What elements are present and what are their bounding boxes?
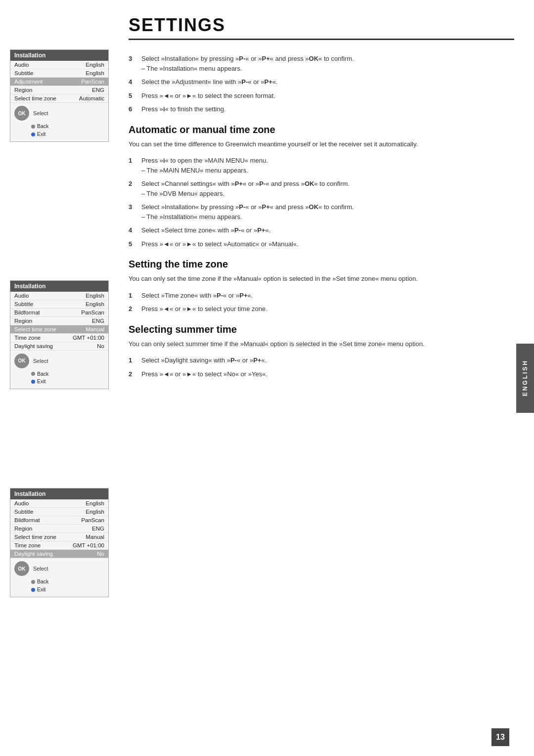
summer-time-section: Selecting summer time You can only selec… — [129, 324, 514, 379]
panel3-back-area: Back Exit — [10, 577, 108, 597]
back-dot — [31, 125, 35, 129]
panel2-row-timezone: Time zone GMT +01:00 — [10, 334, 108, 342]
timezone-heading: Automatic or manual time zone — [129, 124, 514, 135]
panel1-exit-line: Exit — [31, 131, 104, 138]
panel3-wrapper: Installation Audio English Subtitle Engl… — [10, 488, 114, 597]
page-container: Installation Audio English Subtitle Engl… — [0, 0, 534, 756]
panel2-exit-line: Exit — [31, 378, 104, 386]
panel1-exit-label: Exit — [37, 131, 46, 138]
panel2-row-region: Region ENG — [10, 317, 108, 325]
timezone-steps-list: 1 Press »i« to open the »MAIN MENU« menu… — [129, 156, 514, 249]
panel1-row-timezone: Select time zone Automatic — [10, 94, 108, 103]
panel3-row-daylight: Daylight saving No — [10, 550, 108, 558]
setting-timezone-steps-list: 1 Select »Time zone« with »P-« or »P+«. … — [129, 291, 514, 314]
panel2-back-area: Back Exit — [10, 369, 108, 389]
panel1-wrapper: Installation Audio English Subtitle Engl… — [10, 49, 114, 142]
tz-step-3: 3 Select »Installation« by pressing »P-«… — [129, 202, 514, 222]
installation-panel-1: Installation Audio English Subtitle Engl… — [10, 49, 109, 142]
panel1-row-audio: Audio English — [10, 61, 108, 69]
panel2-row-daylight: Daylight saving No — [10, 342, 108, 351]
panel2-wrapper: Installation Audio English Subtitle Engl… — [10, 280, 114, 390]
english-tab: ENGLISH — [516, 344, 534, 413]
panel3-select-area: OK Select — [10, 558, 108, 577]
adjustment-steps-list: 3 Select »Installation« by pressing »P-«… — [129, 54, 514, 114]
page-number: 13 — [491, 728, 509, 746]
step-3: 3 Select »Installation« by pressing »P-«… — [129, 54, 514, 73]
setting-timezone-intro: You can only set the time zone if the »M… — [129, 274, 514, 284]
exit-dot-2 — [31, 380, 35, 384]
panel2-back-label: Back — [37, 370, 48, 378]
summer-time-steps-list: 1 Select »Daylight saving« with »P-« or … — [129, 356, 514, 379]
page-title: SETTINGS — [129, 15, 514, 40]
step-5: 5 Press »◄« or »►« to select the screen … — [129, 91, 514, 101]
setting-timezone-heading: Setting the time zone — [129, 259, 514, 270]
summer-time-intro: You can only select summer time if the »… — [129, 339, 514, 349]
panel1-row-adjustment: Adjustment PanScan — [10, 78, 108, 86]
panel3-exit-line: Exit — [31, 586, 104, 594]
panel3-back-line: Back — [31, 578, 104, 586]
installation-panel-2: Installation Audio English Subtitle Engl… — [10, 280, 109, 390]
panel3-ok-button[interactable]: OK — [14, 561, 29, 576]
panel1-title: Installation — [10, 50, 108, 61]
panel3-row-bildformat: Bildformat PanScan — [10, 516, 108, 525]
stz-step-2: 2 Press »◄« or »►« to select your time z… — [129, 304, 514, 314]
panel3-select-label: Select — [33, 566, 48, 572]
panel3-title: Installation — [10, 489, 108, 499]
panel3-row-selecttz: Select time zone Manual — [10, 533, 108, 541]
st-step-1: 1 Select »Daylight saving« with »P-« or … — [129, 356, 514, 365]
summer-time-heading: Selecting summer time — [129, 324, 514, 335]
back-dot-3 — [31, 580, 35, 584]
panel2-select-label: Select — [33, 358, 48, 364]
st-step-2: 2 Press »◄« or »►« to select »No« or »Ye… — [129, 369, 514, 379]
adjustment-steps-section: 3 Select »Installation« by pressing »P-«… — [129, 54, 514, 114]
panel2-back-line: Back — [31, 370, 104, 378]
panel1-back-label: Back — [37, 123, 48, 131]
panel3-row-audio: Audio English — [10, 499, 108, 508]
panel2-row-subtitle: Subtitle English — [10, 300, 108, 309]
panel3-exit-label: Exit — [37, 586, 46, 594]
step-6: 6 Press »i« to finish the setting. — [129, 104, 514, 114]
panel3-row-timezone: Time zone GMT +01:00 — [10, 541, 108, 550]
panel2-row-selecttz: Select time zone Manual — [10, 325, 108, 334]
installation-panel-3: Installation Audio English Subtitle Engl… — [10, 488, 109, 597]
panel2-ok-button[interactable]: OK — [14, 354, 29, 368]
timezone-intro: You can set the time difference to Green… — [129, 139, 514, 149]
panel1-row-subtitle: Subtitle English — [10, 69, 108, 78]
panel1-back-area: Back Exit — [10, 122, 108, 141]
panel3-row-subtitle: Subtitle English — [10, 508, 108, 516]
panel1-select-area: OK Select — [10, 103, 108, 122]
panel3-row-region: Region ENG — [10, 525, 108, 533]
stz-step-1: 1 Select »Time zone« with »P-« or »P+«. — [129, 291, 514, 301]
right-column: SETTINGS 3 Select »Installation« by pres… — [119, 0, 534, 756]
back-dot-2 — [31, 372, 35, 376]
panel2-select-area: OK Select — [10, 351, 108, 369]
tz-step-5: 5 Press »◄« or »►« to select »Automatic«… — [129, 239, 514, 249]
step-4: 4 Select the »Adjustment« line with »P-«… — [129, 77, 514, 87]
tz-step-4: 4 Select »Select time zone« with »P-« or… — [129, 225, 514, 235]
tz-step-2: 2 Select »Channel settings« with »P+« or… — [129, 179, 514, 198]
exit-dot-3 — [31, 588, 35, 592]
panel2-title: Installation — [10, 281, 108, 292]
panel2-row-audio: Audio English — [10, 292, 108, 300]
panel3-back-label: Back — [37, 578, 48, 586]
panel1-back-line: Back — [31, 123, 104, 131]
exit-dot — [31, 133, 35, 136]
panel1-select-label: Select — [33, 110, 48, 116]
timezone-section: Automatic or manual time zone You can se… — [129, 124, 514, 249]
panel1-ok-button[interactable]: OK — [14, 106, 29, 121]
left-column: Installation Audio English Subtitle Engl… — [0, 0, 119, 756]
english-tab-label: ENGLISH — [522, 359, 529, 396]
panel2-exit-label: Exit — [37, 378, 46, 386]
panel2-row-bildformat: Bildformat PanScan — [10, 309, 108, 317]
setting-timezone-section: Setting the time zone You can only set t… — [129, 259, 514, 314]
panel1-row-region: Region ENG — [10, 86, 108, 94]
tz-step-1: 1 Press »i« to open the »MAIN MENU« menu… — [129, 156, 514, 175]
